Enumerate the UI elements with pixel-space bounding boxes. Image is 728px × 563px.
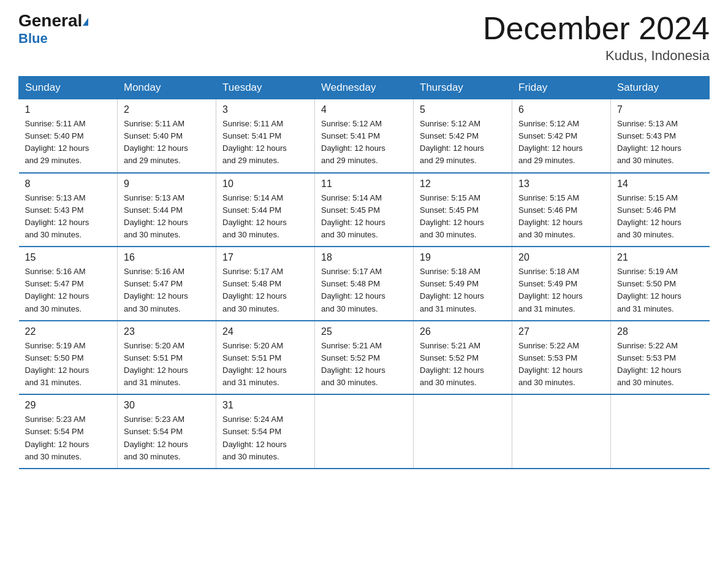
day-number: 22: [25, 326, 112, 337]
calendar-cell: 22 Sunrise: 5:19 AM Sunset: 5:50 PM Dayl…: [19, 321, 118, 395]
day-info: Sunrise: 5:20 AM Sunset: 5:51 PM Dayligh…: [222, 340, 308, 389]
day-number: 29: [25, 400, 112, 411]
day-number: 13: [518, 178, 604, 190]
calendar-cell: [611, 394, 710, 469]
day-number: 26: [420, 326, 506, 337]
location: Kudus, Indonesia: [483, 48, 710, 64]
day-number: 5: [420, 104, 506, 115]
calendar-cell: 17 Sunrise: 5:17 AM Sunset: 5:48 PM Dayl…: [216, 247, 315, 321]
calendar-cell: 7 Sunrise: 5:13 AM Sunset: 5:43 PM Dayli…: [611, 99, 710, 173]
day-info: Sunrise: 5:13 AM Sunset: 5:43 PM Dayligh…: [25, 192, 112, 242]
day-number: 24: [222, 326, 308, 337]
calendar-week-1: 1 Sunrise: 5:11 AM Sunset: 5:40 PM Dayli…: [19, 99, 710, 173]
day-info: Sunrise: 5:17 AM Sunset: 5:48 PM Dayligh…: [321, 266, 407, 315]
calendar-cell: 19 Sunrise: 5:18 AM Sunset: 5:49 PM Dayl…: [414, 247, 512, 321]
day-info: Sunrise: 5:17 AM Sunset: 5:48 PM Dayligh…: [222, 266, 308, 315]
col-friday: Friday: [512, 77, 611, 99]
day-number: 31: [222, 400, 308, 411]
day-number: 3: [222, 104, 308, 115]
calendar-cell: 18 Sunrise: 5:17 AM Sunset: 5:48 PM Dayl…: [315, 247, 414, 321]
day-number: 17: [222, 252, 308, 263]
calendar-cell: 28 Sunrise: 5:22 AM Sunset: 5:53 PM Dayl…: [611, 321, 710, 395]
day-info: Sunrise: 5:12 AM Sunset: 5:41 PM Dayligh…: [321, 118, 407, 167]
day-number: 7: [617, 104, 703, 115]
calendar-cell: 20 Sunrise: 5:18 AM Sunset: 5:49 PM Dayl…: [512, 247, 611, 321]
calendar-cell: [315, 394, 414, 469]
calendar-cell: [512, 394, 611, 469]
calendar-cell: 23 Sunrise: 5:20 AM Sunset: 5:51 PM Dayl…: [118, 321, 216, 395]
day-info: Sunrise: 5:16 AM Sunset: 5:47 PM Dayligh…: [124, 266, 210, 315]
day-number: 8: [25, 178, 112, 190]
day-info: Sunrise: 5:15 AM Sunset: 5:46 PM Dayligh…: [617, 192, 703, 242]
day-info: Sunrise: 5:11 AM Sunset: 5:40 PM Dayligh…: [25, 118, 112, 167]
col-thursday: Thursday: [414, 77, 512, 99]
logo-text: General: [18, 12, 88, 29]
day-info: Sunrise: 5:12 AM Sunset: 5:42 PM Dayligh…: [518, 118, 604, 167]
calendar-week-4: 22 Sunrise: 5:19 AM Sunset: 5:50 PM Dayl…: [19, 321, 710, 395]
day-info: Sunrise: 5:22 AM Sunset: 5:53 PM Dayligh…: [617, 340, 703, 389]
day-info: Sunrise: 5:20 AM Sunset: 5:51 PM Dayligh…: [124, 340, 210, 389]
calendar-cell: 3 Sunrise: 5:11 AM Sunset: 5:41 PM Dayli…: [216, 99, 315, 173]
logo: General Blue: [18, 12, 88, 47]
header-row: Sunday Monday Tuesday Wednesday Thursday…: [19, 77, 710, 99]
calendar-cell: 11 Sunrise: 5:14 AM Sunset: 5:45 PM Dayl…: [315, 173, 414, 247]
calendar-cell: 14 Sunrise: 5:15 AM Sunset: 5:46 PM Dayl…: [611, 173, 710, 247]
calendar-body: 1 Sunrise: 5:11 AM Sunset: 5:40 PM Dayli…: [19, 99, 710, 469]
title-area: December 2024 Kudus, Indonesia: [483, 12, 710, 64]
calendar-cell: 30 Sunrise: 5:23 AM Sunset: 5:54 PM Dayl…: [118, 394, 216, 469]
day-info: Sunrise: 5:21 AM Sunset: 5:52 PM Dayligh…: [321, 340, 407, 389]
day-info: Sunrise: 5:21 AM Sunset: 5:52 PM Dayligh…: [420, 340, 506, 389]
day-info: Sunrise: 5:24 AM Sunset: 5:54 PM Dayligh…: [222, 413, 308, 463]
day-info: Sunrise: 5:11 AM Sunset: 5:41 PM Dayligh…: [222, 118, 308, 167]
page-header: General Blue December 2024 Kudus, Indone…: [18, 12, 710, 64]
calendar-cell: 21 Sunrise: 5:19 AM Sunset: 5:50 PM Dayl…: [611, 247, 710, 321]
calendar-table: Sunday Monday Tuesday Wednesday Thursday…: [18, 76, 710, 469]
calendar-cell: 26 Sunrise: 5:21 AM Sunset: 5:52 PM Dayl…: [414, 321, 512, 395]
calendar-cell: 12 Sunrise: 5:15 AM Sunset: 5:45 PM Dayl…: [414, 173, 512, 247]
day-number: 15: [25, 252, 112, 263]
calendar-cell: 31 Sunrise: 5:24 AM Sunset: 5:54 PM Dayl…: [216, 394, 315, 469]
day-number: 23: [124, 326, 210, 337]
day-info: Sunrise: 5:23 AM Sunset: 5:54 PM Dayligh…: [124, 413, 210, 463]
day-info: Sunrise: 5:12 AM Sunset: 5:42 PM Dayligh…: [420, 118, 506, 167]
calendar-cell: 10 Sunrise: 5:14 AM Sunset: 5:44 PM Dayl…: [216, 173, 315, 247]
calendar-week-5: 29 Sunrise: 5:23 AM Sunset: 5:54 PM Dayl…: [19, 394, 710, 469]
day-info: Sunrise: 5:18 AM Sunset: 5:49 PM Dayligh…: [518, 266, 604, 315]
calendar-cell: 15 Sunrise: 5:16 AM Sunset: 5:47 PM Dayl…: [19, 247, 118, 321]
day-number: 1: [25, 104, 112, 115]
calendar-cell: [414, 394, 512, 469]
day-info: Sunrise: 5:15 AM Sunset: 5:46 PM Dayligh…: [518, 192, 604, 242]
calendar-cell: 24 Sunrise: 5:20 AM Sunset: 5:51 PM Dayl…: [216, 321, 315, 395]
calendar-cell: 16 Sunrise: 5:16 AM Sunset: 5:47 PM Dayl…: [118, 247, 216, 321]
day-info: Sunrise: 5:14 AM Sunset: 5:44 PM Dayligh…: [222, 192, 308, 242]
day-info: Sunrise: 5:13 AM Sunset: 5:44 PM Dayligh…: [124, 192, 210, 242]
day-info: Sunrise: 5:15 AM Sunset: 5:45 PM Dayligh…: [420, 192, 506, 242]
day-info: Sunrise: 5:19 AM Sunset: 5:50 PM Dayligh…: [617, 266, 703, 315]
day-info: Sunrise: 5:19 AM Sunset: 5:50 PM Dayligh…: [25, 340, 112, 389]
day-number: 14: [617, 178, 703, 190]
logo-subtitle: Blue: [18, 31, 48, 47]
day-number: 2: [124, 104, 210, 115]
logo-triangle-icon: [83, 18, 88, 26]
day-number: 20: [518, 252, 604, 263]
day-info: Sunrise: 5:18 AM Sunset: 5:49 PM Dayligh…: [420, 266, 506, 315]
day-number: 6: [518, 104, 604, 115]
calendar-cell: 25 Sunrise: 5:21 AM Sunset: 5:52 PM Dayl…: [315, 321, 414, 395]
day-number: 25: [321, 326, 407, 337]
day-info: Sunrise: 5:23 AM Sunset: 5:54 PM Dayligh…: [25, 413, 112, 463]
calendar-cell: 9 Sunrise: 5:13 AM Sunset: 5:44 PM Dayli…: [118, 173, 216, 247]
day-number: 11: [321, 178, 407, 190]
col-sunday: Sunday: [19, 77, 118, 99]
calendar-cell: 1 Sunrise: 5:11 AM Sunset: 5:40 PM Dayli…: [19, 99, 118, 173]
day-number: 19: [420, 252, 506, 263]
calendar-cell: 13 Sunrise: 5:15 AM Sunset: 5:46 PM Dayl…: [512, 173, 611, 247]
day-number: 10: [222, 178, 308, 190]
calendar-cell: 27 Sunrise: 5:22 AM Sunset: 5:53 PM Dayl…: [512, 321, 611, 395]
calendar-cell: 4 Sunrise: 5:12 AM Sunset: 5:41 PM Dayli…: [315, 99, 414, 173]
day-number: 27: [518, 326, 604, 337]
day-number: 9: [124, 178, 210, 190]
calendar-cell: 5 Sunrise: 5:12 AM Sunset: 5:42 PM Dayli…: [414, 99, 512, 173]
day-number: 4: [321, 104, 407, 115]
calendar-week-3: 15 Sunrise: 5:16 AM Sunset: 5:47 PM Dayl…: [19, 247, 710, 321]
day-info: Sunrise: 5:11 AM Sunset: 5:40 PM Dayligh…: [124, 118, 210, 167]
